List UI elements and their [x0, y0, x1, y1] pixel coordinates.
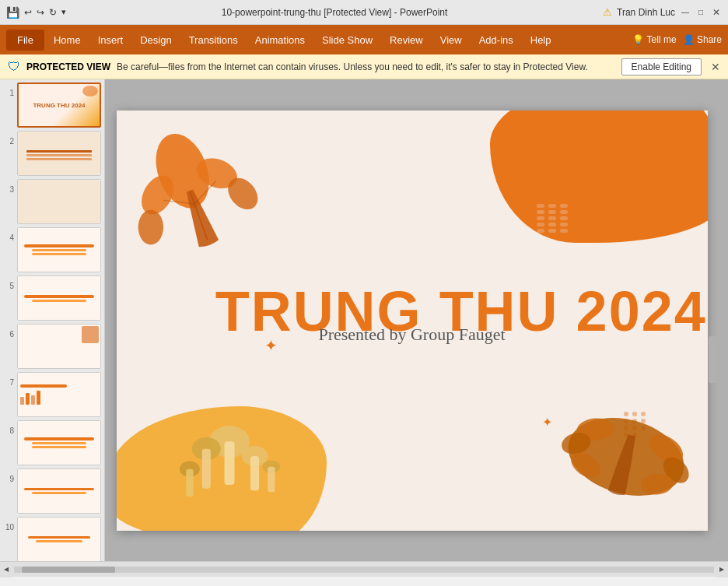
- slide-thumb-3[interactable]: 3: [3, 179, 101, 224]
- slide-thumb-2[interactable]: 2: [3, 131, 101, 176]
- scroll-track[interactable]: [14, 567, 714, 573]
- slide-subtitle: Presented by Group Fauget: [318, 325, 505, 345]
- menu-bar: File Home Insert Design Transitions Anim…: [0, 25, 728, 54]
- addins-menu[interactable]: Add-ins: [471, 30, 521, 51]
- enable-editing-button[interactable]: Enable Editing: [621, 58, 702, 75]
- oak-leaf-bottom-right: [544, 383, 700, 523]
- insert-menu[interactable]: Insert: [90, 30, 131, 51]
- scroll-thumb[interactable]: [22, 567, 115, 573]
- slide-number-5: 5: [3, 282, 14, 290]
- lightbulb-icon: 💡: [632, 34, 644, 45]
- bottom-scrollbar[interactable]: ◀ ▶: [0, 561, 728, 577]
- slide-view: ✦ ✦: [105, 79, 728, 561]
- slide-thumb-1[interactable]: 1 TRUNG THU 2024: [3, 82, 101, 128]
- slide-image-1: TRUNG THU 2024: [17, 82, 101, 128]
- slide-thumb-4[interactable]: 4: [3, 227, 101, 272]
- svg-rect-22: [186, 468, 193, 496]
- slide-number-6: 6: [3, 330, 14, 339]
- slide-number-9: 9: [3, 475, 14, 483]
- view-menu[interactable]: View: [432, 30, 470, 51]
- animations-menu[interactable]: Animations: [247, 30, 313, 51]
- slide-canvas: ✦ ✦: [117, 111, 708, 531]
- slide-number-8: 8: [3, 426, 14, 435]
- slide-image-9: [17, 468, 101, 514]
- slideshow-menu[interactable]: Slide Show: [314, 30, 380, 51]
- main-area: 1 TRUNG THU 2024 2 3: [0, 79, 728, 561]
- username: Tran Dinh Luc: [617, 7, 675, 18]
- slide-image-5: [17, 275, 101, 321]
- protected-label: PROTECTED VIEW: [26, 61, 110, 72]
- save-icon[interactable]: 💾: [6, 6, 19, 19]
- slide-image-3: [17, 179, 101, 224]
- redo-icon[interactable]: ↪: [37, 7, 44, 18]
- svg-rect-24: [268, 466, 275, 492]
- file-menu[interactable]: File: [6, 30, 44, 51]
- user-icon: 👤: [683, 34, 695, 45]
- slide-image-6: [17, 324, 101, 369]
- close-button[interactable]: ✕: [711, 7, 722, 18]
- protected-view-bar: 🛡 PROTECTED VIEW Be careful—files from t…: [0, 54, 728, 79]
- maple-leaf-top-left: [124, 126, 264, 282]
- svg-rect-18: [201, 448, 210, 488]
- slide-thumb-6[interactable]: 6: [3, 324, 101, 369]
- share-button[interactable]: 👤 Share: [683, 34, 722, 45]
- slide-thumb-5[interactable]: 5: [3, 275, 101, 321]
- scroll-left-button[interactable]: ◀: [0, 562, 12, 577]
- review-menu[interactable]: Review: [382, 30, 431, 51]
- home-menu[interactable]: Home: [46, 30, 89, 51]
- svg-point-3: [138, 209, 163, 244]
- slide-panel[interactable]: 1 TRUNG THU 2024 2 3: [0, 79, 105, 561]
- slide-thumb-7[interactable]: 7: [3, 372, 101, 417]
- title-bar: 💾 ↩ ↪ ↻ ▾ 10-powerpoint-trung-thu [Prote…: [0, 0, 728, 25]
- mushrooms: [179, 383, 280, 507]
- title-left: 💾 ↩ ↪ ↻ ▾: [6, 6, 66, 19]
- slide-image-2: [17, 131, 101, 176]
- window-title: 10-powerpoint-trung-thu [Protected View]…: [66, 7, 603, 18]
- undo-icon[interactable]: ↩: [24, 7, 32, 18]
- help-menu[interactable]: Help: [523, 30, 559, 51]
- slide-number-10: 10: [3, 523, 14, 532]
- slide-image-8: [17, 420, 101, 465]
- slide-number-4: 4: [3, 233, 14, 242]
- scroll-handle[interactable]: [709, 336, 717, 383]
- svg-rect-20: [250, 455, 258, 490]
- slide-number-3: 3: [3, 185, 14, 194]
- refresh-icon[interactable]: ↻: [49, 7, 57, 18]
- protected-message: Be careful—files from the Internet can c…: [117, 61, 615, 72]
- maximize-button[interactable]: □: [695, 7, 706, 18]
- blob-top-right: [490, 111, 708, 243]
- slide-number-7: 7: [3, 378, 14, 387]
- sparkle-bottom: ✦: [542, 415, 552, 430]
- slide-thumb-9[interactable]: 9: [3, 468, 101, 514]
- menu-right: 💡 Tell me 👤 Share: [632, 34, 722, 45]
- slide-image-4: [17, 227, 101, 272]
- design-menu[interactable]: Design: [132, 30, 179, 51]
- tell-me-input[interactable]: 💡 Tell me: [632, 34, 677, 45]
- scroll-right-button[interactable]: ▶: [716, 562, 728, 577]
- slide-thumb-8[interactable]: 8: [3, 420, 101, 465]
- slide-number-1: 1: [3, 89, 14, 97]
- warning-icon: ⚠: [603, 6, 612, 18]
- slide-image-7: [17, 372, 101, 417]
- info-icon: 🛡: [8, 60, 20, 74]
- svg-rect-16: [224, 441, 234, 485]
- close-bar-button[interactable]: ✕: [711, 61, 720, 73]
- slide-image-10: [17, 517, 101, 561]
- dots-top: [537, 204, 568, 233]
- transitions-menu[interactable]: Transitions: [181, 30, 246, 51]
- minimize-button[interactable]: —: [680, 7, 691, 18]
- slide-number-2: 2: [3, 137, 14, 146]
- slide-thumb-10[interactable]: 10: [3, 517, 101, 561]
